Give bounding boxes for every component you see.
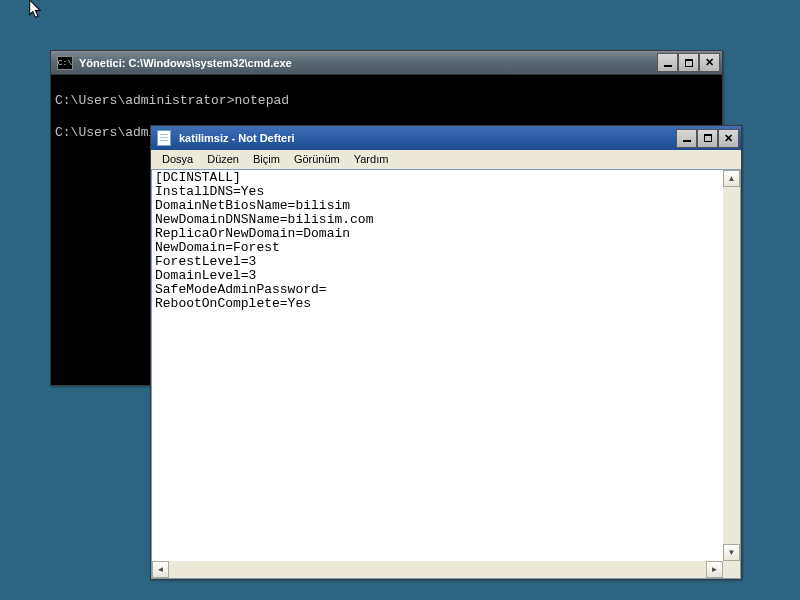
minimize-icon: [664, 65, 672, 67]
cmd-icon: C:\: [57, 56, 73, 70]
cmd-minimize-button[interactable]: [657, 53, 678, 72]
notepad-minimize-button[interactable]: [676, 129, 697, 148]
cmd-titlebar-buttons: ✕: [657, 53, 720, 72]
cmd-maximize-button[interactable]: [678, 53, 699, 72]
menu-help[interactable]: Yardım: [347, 152, 396, 169]
scroll-down-button[interactable]: ▼: [723, 544, 740, 561]
horizontal-scrollbar[interactable]: ◄ ►: [152, 561, 723, 578]
notepad-window: katilimsiz - Not Defteri ✕ Dosya Düzen B…: [150, 125, 742, 580]
menu-view[interactable]: Görünüm: [287, 152, 347, 169]
scroll-up-button[interactable]: ▲: [723, 170, 740, 187]
scrollbar-corner: [723, 561, 740, 578]
notepad-menubar: Dosya Düzen Biçim Görünüm Yardım: [151, 150, 741, 169]
notepad-titlebar[interactable]: katilimsiz - Not Defteri ✕: [151, 126, 741, 150]
menu-file[interactable]: Dosya: [155, 152, 200, 169]
notepad-icon: [157, 130, 173, 146]
notepad-close-button[interactable]: ✕: [718, 129, 739, 148]
mouse-cursor: [28, 0, 44, 20]
cmd-close-button[interactable]: ✕: [699, 53, 720, 72]
minimize-icon: [683, 140, 691, 142]
maximize-icon: [704, 134, 712, 142]
close-icon: ✕: [705, 56, 714, 69]
notepad-content-area: [DCINSTALL] InstallDNS=Yes DomainNetBios…: [151, 169, 741, 579]
menu-format[interactable]: Biçim: [246, 152, 287, 169]
notepad-titlebar-buttons: ✕: [676, 129, 739, 148]
notepad-title-text: katilimsiz - Not Defteri: [177, 132, 676, 144]
menu-edit[interactable]: Düzen: [200, 152, 246, 169]
maximize-icon: [685, 59, 693, 67]
close-icon: ✕: [724, 132, 733, 145]
vertical-scrollbar[interactable]: ▲ ▼: [723, 170, 740, 561]
scroll-right-button[interactable]: ►: [706, 561, 723, 578]
cmd-titlebar[interactable]: C:\ Yönetici: C:\Windows\system32\cmd.ex…: [51, 51, 722, 75]
notepad-textarea[interactable]: [DCINSTALL] InstallDNS=Yes DomainNetBios…: [152, 170, 723, 561]
cmd-title-text: Yönetici: C:\Windows\system32\cmd.exe: [77, 57, 657, 69]
scroll-left-button[interactable]: ◄: [152, 561, 169, 578]
notepad-maximize-button[interactable]: [697, 129, 718, 148]
